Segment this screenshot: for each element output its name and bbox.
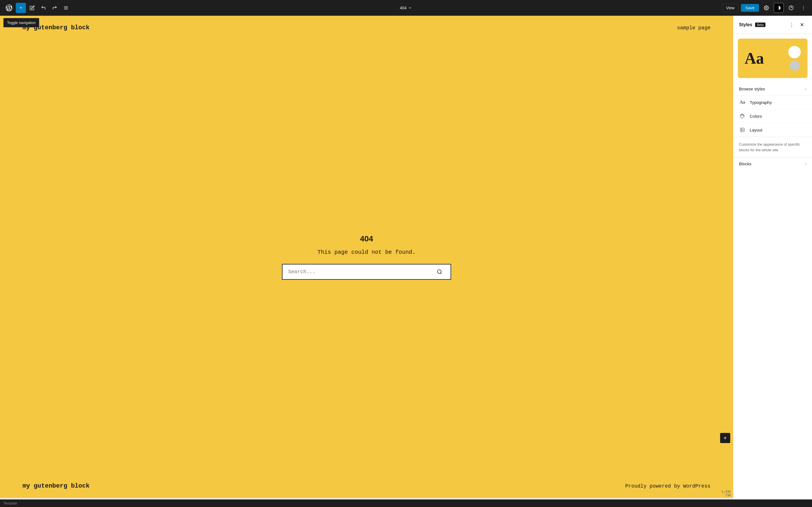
- search-input[interactable]: [282, 264, 428, 280]
- svg-rect-12: [741, 128, 744, 132]
- preview-circle-small: [790, 61, 800, 71]
- search-button[interactable]: [428, 264, 451, 280]
- typography-option[interactable]: Aa Typography: [733, 96, 812, 109]
- sidebar-header-icons: ⋮ ✕: [787, 20, 806, 29]
- status-label: Template: [3, 501, 17, 505]
- svg-point-10: [438, 270, 441, 273]
- beta-badge: Beta: [755, 22, 765, 27]
- svg-point-3: [766, 7, 767, 8]
- search-form: [282, 264, 451, 280]
- sidebar-title-area: Styles Beta: [739, 22, 765, 27]
- svg-point-7: [803, 6, 804, 6]
- colors-icon: [739, 113, 746, 119]
- preview-circle-large: [788, 46, 801, 58]
- footer-powered-by: Proudly powered by WordPress: [625, 483, 711, 489]
- preview-typography: Aa: [745, 49, 764, 67]
- header-nav-link[interactable]: sample page: [677, 25, 711, 31]
- colors-label: Colors: [750, 114, 762, 119]
- sidebar-more-button[interactable]: ⋮: [787, 20, 796, 29]
- redo-button[interactable]: [50, 3, 60, 13]
- customize-text: Customize the appearance of specific blo…: [733, 137, 812, 157]
- style-preview: Aa: [738, 39, 808, 78]
- toggle-nav-tooltip: Toggle navigation: [3, 18, 39, 27]
- coord-x: 1,436: [721, 490, 731, 494]
- list-view-button[interactable]: [61, 3, 71, 13]
- add-block-button[interactable]: +: [16, 3, 26, 13]
- typography-icon: Aa: [739, 99, 746, 106]
- typography-label: Typography: [750, 100, 772, 105]
- toolbar-right: View Save: [722, 3, 809, 13]
- blocks-label: Blocks: [739, 161, 751, 166]
- sidebar-title: Styles: [739, 22, 752, 27]
- colors-option[interactable]: Colors: [733, 109, 812, 123]
- toolbar-left: Toggle navigation +: [3, 2, 721, 13]
- svg-line-11: [441, 273, 442, 274]
- footer-site-title: my gutenberg block: [22, 483, 90, 490]
- layout-label: Layout: [750, 128, 762, 132]
- more-options-button[interactable]: [799, 3, 809, 13]
- sidebar-header: Styles Beta ⋮ ✕: [733, 16, 812, 34]
- help-button[interactable]: [786, 3, 796, 13]
- page-header: my gutenberg block sample page: [0, 16, 733, 37]
- blocks-chevron: ›: [805, 162, 806, 166]
- blocks-section[interactable]: Blocks ›: [733, 157, 812, 170]
- page-footer: my gutenberg block Proudly powered by Wo…: [0, 477, 733, 498]
- view-button[interactable]: View: [722, 4, 739, 12]
- canvas[interactable]: my gutenberg block sample page 404 This …: [0, 16, 733, 499]
- sidebar: Styles Beta ⋮ ✕ Aa Browse styles › Aa: [733, 16, 812, 499]
- bottom-status: Template: [0, 499, 812, 507]
- svg-point-8: [803, 7, 804, 8]
- edit-button[interactable]: [27, 3, 37, 13]
- canvas-inner: my gutenberg block sample page 404 This …: [0, 16, 733, 498]
- appearance-button[interactable]: [774, 3, 784, 13]
- toolbar-center: 404: [397, 4, 415, 12]
- page-title-label: 404: [400, 6, 406, 10]
- coord-y: 730: [725, 494, 731, 497]
- content-404: 404 This page could not be found.: [0, 37, 733, 477]
- sidebar-close-button[interactable]: ✕: [797, 20, 806, 29]
- svg-point-9: [803, 9, 804, 10]
- error-message: This page could not be found.: [317, 249, 416, 256]
- toolbar: Toggle navigation +: [0, 0, 812, 16]
- page-title-button[interactable]: 404: [397, 4, 415, 12]
- settings-button[interactable]: [761, 3, 771, 13]
- layout-icon: [739, 126, 746, 133]
- coordinates: 1,436 730: [721, 490, 731, 497]
- browse-styles-chevron: ›: [805, 87, 806, 91]
- wp-logo-button[interactable]: [3, 2, 15, 13]
- add-block-floating-button[interactable]: +: [720, 433, 730, 443]
- undo-button[interactable]: [38, 3, 49, 13]
- preview-circles: [788, 46, 801, 71]
- browse-styles-label: Browse styles: [739, 87, 765, 91]
- layout-option[interactable]: Layout: [733, 123, 812, 137]
- error-code: 404: [360, 234, 373, 243]
- main-area: my gutenberg block sample page 404 This …: [0, 16, 812, 499]
- browse-styles-item[interactable]: Browse styles ›: [733, 82, 812, 96]
- save-button[interactable]: Save: [741, 4, 759, 12]
